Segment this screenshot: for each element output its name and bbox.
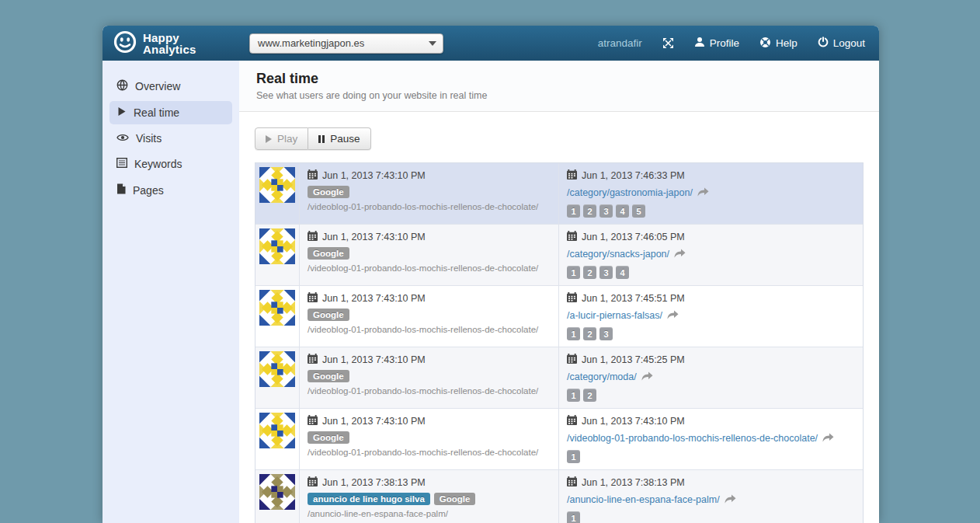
pause-icon [318,135,325,143]
sidebar-item-label: Visits [136,132,162,145]
identicon-cell [255,225,300,285]
sidebar-item-overview[interactable]: Overview [109,74,232,99]
sidebar-item-real-time[interactable]: Real time [109,101,232,124]
last-action-time: Jun 1, 2013 7:45:51 PM [582,293,685,304]
website-selector-value: www.marketingjapon.es [258,37,364,49]
sidebar-item-label: Pages [133,184,164,197]
landing-page-path: /videoblog-01-probando-los-mochis-rellen… [308,325,551,334]
page-step-badge: 4 [616,204,629,218]
current-page-link[interactable]: /category/gastronomia-japon/ [567,187,693,198]
sidebar-item-label: Overview [135,80,180,92]
pages-visited-badges: 1234 [567,266,855,279]
page-header: Real time See what users are doing on yo… [239,61,879,112]
identicon-cell [255,347,300,408]
activity-cell: Jun 1, 2013 7:45:25 PM /category/moda/ 1… [559,347,863,408]
play-button[interactable]: Play [255,127,308,150]
visitor-identicon [259,167,295,203]
power-icon [818,37,829,50]
identicon-cell [255,286,300,347]
page-step-badge: 3 [599,327,613,340]
source-badge: Google [308,247,349,260]
calendar-icon [567,354,577,366]
realtime-content: Play Pause Jun 1, 2013 7:43:10 PM Google… [239,112,879,523]
page-title: Real time [256,71,862,87]
page-step-badge: 2 [583,204,596,218]
first-visit-time: Jun 1, 2013 7:43:10 PM [322,293,426,304]
calendar-icon [567,415,577,427]
current-page-link[interactable]: /videoblog-01-probando-los-mochis-rellen… [567,433,818,444]
activity-cell: Jun 1, 2013 7:45:51 PM /a-lucir-piernas-… [559,286,863,347]
visitor-info-cell: Jun 1, 2013 7:43:10 PM Google /videoblog… [300,163,559,224]
realtime-visits-table: Jun 1, 2013 7:43:10 PM Google /videoblog… [255,162,864,523]
last-action-time: Jun 1, 2013 7:46:05 PM [582,232,685,242]
activity-cell: Jun 1, 2013 7:46:05 PM /category/snacks-… [559,225,863,285]
page-step-badge: 1 [567,450,580,463]
top-bar: Happy Analytics www.marketingjapon.es at… [103,26,879,61]
page-step-badge: 1 [567,266,580,279]
calendar-icon [567,476,577,489]
calendar-icon [308,415,318,427]
pages-visited-badges: 12 [567,389,855,402]
page-step-badge: 3 [599,266,613,279]
current-page-link[interactable]: /anuncio-line-en-espana-face-palm/ [567,494,720,505]
username-label[interactable]: atrandafir [598,37,642,49]
sidebar-item-visits[interactable]: Visits [109,127,232,150]
forward-arrow-icon [674,247,686,261]
identicon-cell [255,163,300,224]
visitor-identicon [259,474,295,510]
visitor-row: Jun 1, 2013 7:38:13 PM anuncio de line h… [255,470,863,523]
sidebar-item-pages[interactable]: Pages [109,178,232,202]
website-selector[interactable]: www.marketingjapon.es [249,33,443,54]
calendar-icon [567,169,577,182]
help-lifebuoy-icon [759,37,771,51]
pages-visited-badges: 12345 [567,204,855,218]
last-action-time: Jun 1, 2013 7:43:10 PM [582,416,685,427]
pages-visited-badges: 1 [567,511,855,523]
page-step-badge: 1 [567,204,580,218]
landing-page-path: /anuncio-line-en-espana-face-palm/ [308,509,551,518]
calendar-icon [308,292,318,305]
landing-page-path: /videoblog-01-probando-los-mochis-rellen… [308,386,551,396]
identicon-cell [255,409,300,469]
brand-name: Happy Analytics [143,32,196,55]
sidebar-item-label: Keywords [134,158,182,170]
visitor-row: Jun 1, 2013 7:43:10 PM Google /videoblog… [255,286,863,347]
smiley-logo-icon [113,30,137,57]
play-icon [116,106,127,119]
visitor-info-cell: Jun 1, 2013 7:43:10 PM Google /videoblog… [300,225,559,285]
forward-arrow-icon [725,493,736,507]
current-page-link[interactable]: /category/snacks-japon/ [567,249,669,260]
playback-controls: Play Pause [255,127,371,150]
page-step-badge: 1 [567,511,580,523]
page-step-badge: 2 [583,266,596,279]
visitor-row: Jun 1, 2013 7:43:10 PM Google /videoblog… [255,347,863,409]
visitor-info-cell: Jun 1, 2013 7:43:10 PM Google /videoblog… [300,347,559,408]
current-page-link[interactable]: /category/moda/ [567,371,637,382]
fullscreen-icon[interactable] [662,37,674,49]
calendar-icon [567,292,577,305]
page-step-badge: 2 [583,389,596,402]
sidebar-item-keywords[interactable]: Keywords [109,152,232,176]
page-step-badge: 1 [567,327,580,340]
pause-button[interactable]: Pause [308,127,370,150]
source-badge: Google [308,186,349,198]
logout-link[interactable]: Logout [818,37,865,50]
activity-cell: Jun 1, 2013 7:46:33 PM /category/gastron… [559,163,863,224]
visitor-info-cell: Jun 1, 2013 7:43:10 PM Google /videoblog… [300,286,559,347]
list-icon [116,158,127,170]
sidebar: OverviewReal timeVisitsKeywordsPages [103,61,239,523]
pages-visited-badges: 1 [567,450,855,463]
pages-visited-badges: 123 [567,327,855,340]
landing-page-path: /videoblog-01-probando-los-mochis-rellen… [308,448,551,457]
profile-link[interactable]: Profile [694,37,739,50]
page-step-badge: 4 [616,266,629,279]
profile-icon [694,37,705,50]
calendar-icon [308,354,318,366]
calendar-icon [308,231,318,243]
page-subtitle: See what users are doing on your website… [256,90,862,101]
brand-logo[interactable]: Happy Analytics [113,30,249,57]
visitor-row: Jun 1, 2013 7:43:10 PM Google /videoblog… [255,409,863,470]
forward-arrow-icon [822,431,834,445]
help-link[interactable]: Help [759,37,798,51]
current-page-link[interactable]: /a-lucir-piernas-falsas/ [567,310,662,321]
